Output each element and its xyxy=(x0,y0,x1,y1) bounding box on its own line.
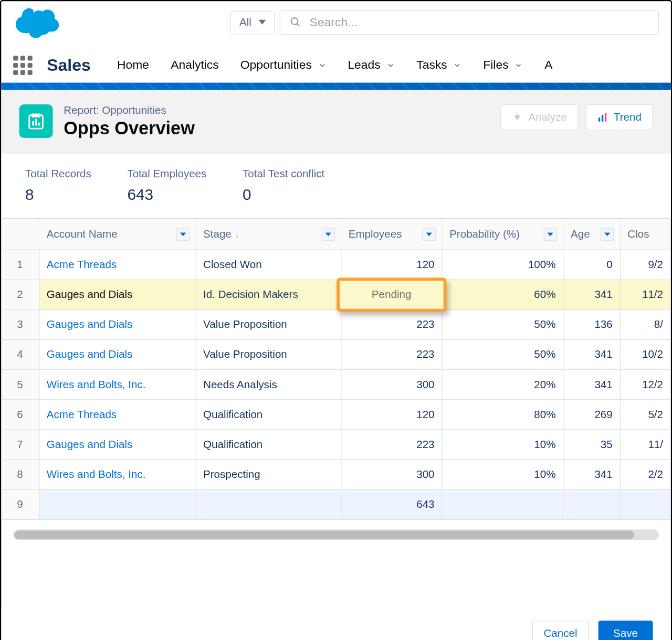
stage-cell[interactable]: Qualification xyxy=(196,400,341,430)
stage-cell[interactable]: Closed Won xyxy=(196,250,341,280)
analyze-button[interactable]: Analyze xyxy=(500,104,579,130)
column-header-employees[interactable]: Employees xyxy=(341,219,442,250)
account-link[interactable]: Wires and Bolts, Inc. xyxy=(47,468,146,481)
close-cell[interactable]: 11/2 xyxy=(620,280,670,310)
column-header-rownum[interactable] xyxy=(1,219,39,250)
nav-item-home[interactable]: Home xyxy=(117,58,149,72)
employees-cell[interactable]: 300 xyxy=(341,460,442,489)
employees-cell[interactable]: 120 xyxy=(341,400,442,430)
probability-cell[interactable]: 50% xyxy=(442,310,563,339)
employees-cell[interactable]: 300 xyxy=(341,370,442,400)
svg-rect-9 xyxy=(604,113,606,121)
age-cell[interactable]: 0 xyxy=(563,250,620,280)
filter-icon[interactable] xyxy=(176,228,190,241)
age-cell[interactable]: 35 xyxy=(563,430,620,460)
footer-actions: Cancel Save xyxy=(1,608,671,640)
search-box[interactable] xyxy=(280,10,659,35)
report-icon xyxy=(19,104,53,138)
age-cell[interactable]: 269 xyxy=(563,400,620,430)
report-name: Opps Overview xyxy=(64,118,489,138)
table-row: 1Acme ThreadsClosed Won120100%09/2 xyxy=(1,250,670,280)
account-link[interactable]: Gauges and Dials xyxy=(47,318,133,330)
column-header-probability[interactable]: Probability (%) xyxy=(442,219,563,250)
stage-cell[interactable]: Needs Analysis xyxy=(196,370,341,400)
horizontal-scrollbar[interactable] xyxy=(13,529,659,540)
table-row: 4Gauges and DialsValue Proposition22350%… xyxy=(1,340,670,370)
nav-item-files[interactable]: Files xyxy=(483,58,523,72)
row-number: 4 xyxy=(1,340,39,370)
stage-cell[interactable]: Prospecting xyxy=(196,460,341,489)
account-link[interactable]: Wires and Bolts, Inc. xyxy=(47,378,146,390)
nav-item-leads[interactable]: Leads xyxy=(348,58,395,72)
app-launcher-icon[interactable] xyxy=(13,56,33,75)
age-cell[interactable]: 341 xyxy=(563,460,620,489)
chevron-down-icon xyxy=(386,61,395,69)
cancel-button[interactable]: Cancel xyxy=(532,621,589,640)
chevron-down-icon xyxy=(453,61,461,69)
search-scope-selector[interactable]: All xyxy=(230,10,275,34)
probability-cell[interactable]: 100% xyxy=(442,250,563,280)
age-cell[interactable]: 341 xyxy=(563,340,620,370)
stage-cell[interactable]: Id. Decision Makers xyxy=(196,280,341,310)
trend-button[interactable]: Trend xyxy=(585,104,653,130)
close-cell[interactable]: 9/2 xyxy=(620,250,670,280)
analyze-icon xyxy=(512,112,523,123)
employees-cell[interactable]: 223 xyxy=(341,340,442,370)
stage-cell[interactable]: Value Proposition xyxy=(196,310,341,339)
scrollbar-thumb[interactable] xyxy=(14,531,634,539)
nav-item-analytics[interactable]: Analytics xyxy=(171,58,218,72)
svg-rect-5 xyxy=(38,123,40,126)
age-cell[interactable]: 341 xyxy=(563,280,620,310)
svg-point-0 xyxy=(291,18,298,25)
nav-item-opportunities[interactable]: Opportunities xyxy=(240,58,326,72)
total-row: 9643 xyxy=(1,489,670,519)
account-link[interactable]: Acme Threads xyxy=(47,408,117,420)
close-cell[interactable]: 2/2 xyxy=(620,460,670,489)
column-header-stage[interactable]: Stage↓ xyxy=(196,219,341,250)
row-number: 1 xyxy=(1,250,39,280)
probability-cell[interactable]: 50% xyxy=(442,340,563,370)
stage-cell[interactable]: Qualification xyxy=(196,430,341,460)
account-link[interactable]: Gauges and Dials xyxy=(47,439,133,451)
table-row: 5Wires and Bolts, Inc.Needs Analysis3002… xyxy=(1,370,670,400)
filter-icon[interactable] xyxy=(423,228,436,241)
probability-cell[interactable]: 80% xyxy=(442,400,563,430)
filter-icon[interactable] xyxy=(544,228,557,241)
employees-cell[interactable]: Pending xyxy=(341,280,442,310)
filter-icon[interactable] xyxy=(601,228,614,241)
probability-cell[interactable]: 20% xyxy=(442,370,563,400)
probability-cell[interactable]: 10% xyxy=(442,430,563,460)
probability-cell[interactable]: 10% xyxy=(442,460,563,489)
column-header-age[interactable]: Age xyxy=(563,219,620,250)
close-cell[interactable]: 8/ xyxy=(620,310,670,339)
column-header-close[interactable]: Clos xyxy=(620,219,670,250)
nav-item-tasks[interactable]: Tasks xyxy=(416,58,461,72)
account-link[interactable]: Gauges and Dials xyxy=(47,289,133,301)
close-cell[interactable]: 5/2 xyxy=(620,400,670,430)
search-input[interactable] xyxy=(310,15,649,29)
row-number: 6 xyxy=(1,400,39,430)
nav-bar: Sales HomeAnalyticsOpportunitiesLeadsTas… xyxy=(1,48,671,82)
svg-rect-3 xyxy=(32,121,34,126)
filter-icon[interactable] xyxy=(321,228,334,241)
close-cell[interactable]: 10/2 xyxy=(620,340,670,370)
employees-cell[interactable]: 120 xyxy=(341,250,442,280)
age-cell[interactable]: 341 xyxy=(563,370,620,400)
employees-cell[interactable]: 223 xyxy=(341,430,442,460)
bar-chart-icon xyxy=(597,112,608,123)
close-cell[interactable]: 12/2 xyxy=(620,370,670,400)
nav-item-a[interactable]: A xyxy=(544,58,552,72)
salesforce-logo[interactable] xyxy=(13,5,62,39)
employees-cell[interactable]: 223 xyxy=(341,310,442,339)
row-number: 8 xyxy=(1,460,39,489)
age-cell[interactable]: 136 xyxy=(563,310,620,339)
save-button[interactable]: Save xyxy=(598,621,653,640)
probability-cell[interactable]: 60% xyxy=(442,280,563,310)
account-link[interactable]: Gauges and Dials xyxy=(47,348,133,360)
column-header-account[interactable]: Account Name xyxy=(39,219,195,250)
close-cell[interactable]: 11/ xyxy=(620,430,670,460)
report-type-label: Report: Opportunities xyxy=(64,104,489,117)
search-icon xyxy=(290,16,301,28)
account-link[interactable]: Acme Threads xyxy=(47,259,117,271)
stage-cell[interactable]: Value Proposition xyxy=(196,340,341,370)
